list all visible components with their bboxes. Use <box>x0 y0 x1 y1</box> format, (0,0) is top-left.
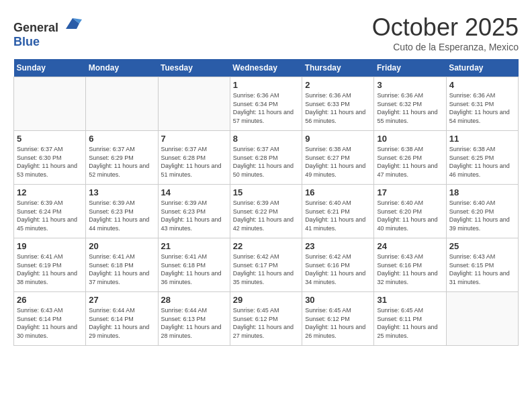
day-cell: 3Sunrise: 6:36 AM Sunset: 6:32 PM Daylig… <box>374 77 446 131</box>
day-info: Sunrise: 6:36 AM Sunset: 6:32 PM Dayligh… <box>377 91 443 125</box>
logo-text: General Blue <box>13 17 82 49</box>
day-number: 1 <box>233 80 299 90</box>
day-cell: 8Sunrise: 6:37 AM Sunset: 6:28 PM Daylig… <box>230 131 302 185</box>
day-info: Sunrise: 6:38 AM Sunset: 6:27 PM Dayligh… <box>305 145 371 179</box>
day-number: 11 <box>449 134 515 144</box>
day-info: Sunrise: 6:43 AM Sunset: 6:16 PM Dayligh… <box>377 253 443 286</box>
day-info: Sunrise: 6:37 AM Sunset: 6:30 PM Dayligh… <box>17 145 83 179</box>
day-cell: 14Sunrise: 6:39 AM Sunset: 6:23 PM Dayli… <box>158 185 230 238</box>
day-cell: 5Sunrise: 6:37 AM Sunset: 6:30 PM Daylig… <box>14 131 86 185</box>
day-cell: 21Sunrise: 6:41 AM Sunset: 6:18 PM Dayli… <box>158 238 230 292</box>
day-info: Sunrise: 6:36 AM Sunset: 6:31 PM Dayligh… <box>449 91 515 125</box>
day-cell <box>446 292 518 346</box>
day-cell: 25Sunrise: 6:43 AM Sunset: 6:15 PM Dayli… <box>446 238 518 292</box>
day-cell: 20Sunrise: 6:41 AM Sunset: 6:18 PM Dayli… <box>86 238 158 292</box>
day-cell: 6Sunrise: 6:37 AM Sunset: 6:29 PM Daylig… <box>86 131 158 185</box>
weekday-header-sunday: Sunday <box>14 59 86 77</box>
day-number: 5 <box>17 134 83 144</box>
day-info: Sunrise: 6:37 AM Sunset: 6:28 PM Dayligh… <box>161 145 227 179</box>
day-info: Sunrise: 6:44 AM Sunset: 6:13 PM Dayligh… <box>161 306 227 340</box>
day-cell: 2Sunrise: 6:36 AM Sunset: 6:33 PM Daylig… <box>302 77 374 131</box>
logo-general: General <box>13 21 58 34</box>
logo-blue: Blue <box>13 35 40 48</box>
day-info: Sunrise: 6:39 AM Sunset: 6:24 PM Dayligh… <box>17 199 83 232</box>
weekday-header-wednesday: Wednesday <box>230 59 302 77</box>
day-info: Sunrise: 6:37 AM Sunset: 6:28 PM Dayligh… <box>233 145 299 179</box>
logo-icon <box>63 17 82 32</box>
day-cell: 9Sunrise: 6:38 AM Sunset: 6:27 PM Daylig… <box>302 131 374 185</box>
week-row-1: 5Sunrise: 6:37 AM Sunset: 6:30 PM Daylig… <box>14 131 519 185</box>
day-info: Sunrise: 6:40 AM Sunset: 6:21 PM Dayligh… <box>305 199 371 232</box>
day-number: 31 <box>377 295 443 305</box>
day-cell: 16Sunrise: 6:40 AM Sunset: 6:21 PM Dayli… <box>302 185 374 238</box>
day-info: Sunrise: 6:36 AM Sunset: 6:33 PM Dayligh… <box>305 91 371 125</box>
day-info: Sunrise: 6:41 AM Sunset: 6:19 PM Dayligh… <box>17 253 83 286</box>
day-cell <box>86 77 158 131</box>
weekday-header-thursday: Thursday <box>302 59 374 77</box>
day-cell: 26Sunrise: 6:43 AM Sunset: 6:14 PM Dayli… <box>14 292 86 346</box>
day-number: 2 <box>305 80 371 90</box>
day-cell: 23Sunrise: 6:42 AM Sunset: 6:16 PM Dayli… <box>302 238 374 292</box>
week-row-4: 26Sunrise: 6:43 AM Sunset: 6:14 PM Dayli… <box>14 292 519 346</box>
day-cell: 7Sunrise: 6:37 AM Sunset: 6:28 PM Daylig… <box>158 131 230 185</box>
day-cell: 11Sunrise: 6:38 AM Sunset: 6:25 PM Dayli… <box>446 131 518 185</box>
day-info: Sunrise: 6:36 AM Sunset: 6:34 PM Dayligh… <box>233 91 299 125</box>
title-area: October 2025 Cuto de la Esperanza, Mexic… <box>372 13 519 52</box>
day-info: Sunrise: 6:43 AM Sunset: 6:15 PM Dayligh… <box>449 253 515 286</box>
day-number: 15 <box>233 187 299 197</box>
day-number: 7 <box>161 134 227 144</box>
day-number: 14 <box>161 187 227 197</box>
day-info: Sunrise: 6:43 AM Sunset: 6:14 PM Dayligh… <box>17 306 83 340</box>
weekday-header-friday: Friday <box>374 59 446 77</box>
day-number: 22 <box>233 241 299 251</box>
day-number: 19 <box>17 241 83 251</box>
day-number: 18 <box>449 187 515 197</box>
day-cell: 24Sunrise: 6:43 AM Sunset: 6:16 PM Dayli… <box>374 238 446 292</box>
calendar-subtitle: Cuto de la Esperanza, Mexico <box>372 42 519 52</box>
day-info: Sunrise: 6:40 AM Sunset: 6:20 PM Dayligh… <box>377 199 443 232</box>
day-number: 20 <box>89 241 154 251</box>
day-cell: 12Sunrise: 6:39 AM Sunset: 6:24 PM Dayli… <box>14 185 86 238</box>
week-row-2: 12Sunrise: 6:39 AM Sunset: 6:24 PM Dayli… <box>14 185 519 238</box>
day-number: 9 <box>305 134 371 144</box>
day-number: 30 <box>305 295 371 305</box>
day-info: Sunrise: 6:39 AM Sunset: 6:22 PM Dayligh… <box>233 199 299 232</box>
day-number: 10 <box>377 134 443 144</box>
day-cell: 1Sunrise: 6:36 AM Sunset: 6:34 PM Daylig… <box>230 77 302 131</box>
day-info: Sunrise: 6:38 AM Sunset: 6:25 PM Dayligh… <box>449 145 515 179</box>
day-info: Sunrise: 6:44 AM Sunset: 6:14 PM Dayligh… <box>89 306 154 340</box>
day-cell: 13Sunrise: 6:39 AM Sunset: 6:23 PM Dayli… <box>86 185 158 238</box>
day-cell: 30Sunrise: 6:45 AM Sunset: 6:12 PM Dayli… <box>302 292 374 346</box>
day-info: Sunrise: 6:37 AM Sunset: 6:29 PM Dayligh… <box>89 145 154 179</box>
calendar-table: SundayMondayTuesdayWednesdayThursdayFrid… <box>13 59 519 346</box>
day-number: 26 <box>17 295 83 305</box>
weekday-header-row: SundayMondayTuesdayWednesdayThursdayFrid… <box>14 59 519 77</box>
day-cell: 19Sunrise: 6:41 AM Sunset: 6:19 PM Dayli… <box>14 238 86 292</box>
day-info: Sunrise: 6:41 AM Sunset: 6:18 PM Dayligh… <box>89 253 154 286</box>
weekday-header-monday: Monday <box>86 59 158 77</box>
day-cell: 18Sunrise: 6:40 AM Sunset: 6:20 PM Dayli… <box>446 185 518 238</box>
weekday-header-tuesday: Tuesday <box>158 59 230 77</box>
header: General Blue October 2025 Cuto de la Esp… <box>13 13 519 52</box>
day-number: 16 <box>305 187 371 197</box>
logo: General Blue <box>13 17 82 49</box>
day-cell: 31Sunrise: 6:45 AM Sunset: 6:11 PM Dayli… <box>374 292 446 346</box>
day-info: Sunrise: 6:45 AM Sunset: 6:12 PM Dayligh… <box>305 306 371 340</box>
day-info: Sunrise: 6:39 AM Sunset: 6:23 PM Dayligh… <box>89 199 154 232</box>
day-number: 3 <box>377 80 443 90</box>
day-info: Sunrise: 6:41 AM Sunset: 6:18 PM Dayligh… <box>161 253 227 286</box>
weekday-header-saturday: Saturday <box>446 59 518 77</box>
day-info: Sunrise: 6:39 AM Sunset: 6:23 PM Dayligh… <box>161 199 227 232</box>
day-info: Sunrise: 6:42 AM Sunset: 6:17 PM Dayligh… <box>233 253 299 286</box>
day-cell <box>14 77 86 131</box>
day-number: 27 <box>89 295 154 305</box>
day-cell: 10Sunrise: 6:38 AM Sunset: 6:26 PM Dayli… <box>374 131 446 185</box>
day-info: Sunrise: 6:45 AM Sunset: 6:11 PM Dayligh… <box>377 306 443 340</box>
week-row-3: 19Sunrise: 6:41 AM Sunset: 6:19 PM Dayli… <box>14 238 519 292</box>
day-info: Sunrise: 6:42 AM Sunset: 6:16 PM Dayligh… <box>305 253 371 286</box>
day-number: 28 <box>161 295 227 305</box>
day-number: 13 <box>89 187 154 197</box>
day-number: 12 <box>17 187 83 197</box>
day-cell: 29Sunrise: 6:45 AM Sunset: 6:12 PM Dayli… <box>230 292 302 346</box>
day-cell: 17Sunrise: 6:40 AM Sunset: 6:20 PM Dayli… <box>374 185 446 238</box>
